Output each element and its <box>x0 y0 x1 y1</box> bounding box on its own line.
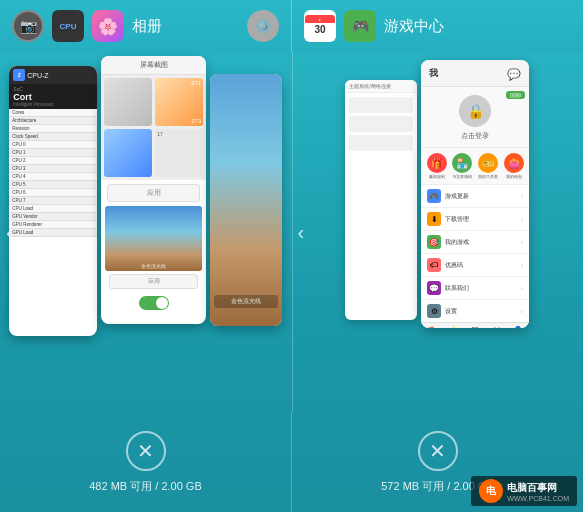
app-icon-cpuz[interactable]: CPU <box>52 10 84 42</box>
cpu-row-gpuvendor: GPU Vendor <box>9 213 97 221</box>
cpu-row-cores: Cores <box>9 109 97 117</box>
cpu-row-gpurender: GPU Renderer <box>9 221 97 229</box>
tab-games[interactable]: 🎮游戏 <box>470 326 480 328</box>
cpu-header: Z CPU-Z <box>9 66 97 84</box>
game-center-label: 游戏中心 <box>384 17 444 36</box>
cpu-row-cpu3: CPU 3 <box>9 165 97 173</box>
app-icon-calendar[interactable]: ▸ 30 <box>304 10 336 42</box>
cpu-row-cpu7: CPU 7 <box>9 197 97 205</box>
chevron-right-panel-icon[interactable]: ‹ <box>298 221 305 244</box>
location-badge: 国服i <box>506 91 525 99</box>
wallpaper-card-inner: 金色流光线 <box>210 74 282 326</box>
grid-item-welfare[interactable]: 🎁 赢取福利 <box>425 153 448 179</box>
thumb-2: 671 273 <box>155 78 203 126</box>
thumb-3 <box>104 129 152 177</box>
menu-item-couponcode[interactable]: 🏷 优惠码 › <box>421 254 529 277</box>
menu-item-update[interactable]: 🎮 游戏更新 › <box>421 185 529 208</box>
screenshot-header: 屏幕截图 <box>101 56 206 75</box>
cpu-row-cpu5: CPU 5 <box>9 181 97 189</box>
cpu-row-cpu2: CPU 2 <box>9 157 97 165</box>
message-icon[interactable]: 💬 <box>507 64 521 82</box>
cpu-row-cpu4: CPU 4 <box>9 173 97 181</box>
icon-grid: 🎁 赢取福利 🏪 N互联城镇 🎫 我的巧克券 👛 我的钱包 <box>421 148 529 185</box>
top-bar-left: 📷 CPU 🌸 相册 ⚙️ <box>0 0 291 52</box>
chevron-left-icon[interactable]: ‹ <box>6 221 13 244</box>
left-bottom: ✕ 482 MB 可用 / 2.00 GB <box>0 412 291 512</box>
wallpaper-label: 金色流光线 <box>214 295 278 308</box>
watermark-text: 电脑百事网 WWW.PCB41.COM <box>507 481 569 502</box>
menu-item-download[interactable]: ⬇ 下载管理 › <box>421 208 529 231</box>
grid-item-zone[interactable]: 🏪 N互联城镇 <box>451 153 474 179</box>
screenshot-app-label-2: 应用 <box>109 274 198 289</box>
cpu-row-cpu6: CPU 6 <box>9 189 97 197</box>
cpu-icon: Z <box>13 69 25 81</box>
cpu-card: Z CPU-Z SoC Cort Intelligent Processor C… <box>9 66 97 336</box>
tab-gift[interactable]: ⭐礼包 <box>449 326 459 328</box>
screenshot-card: 屏幕截图 671 273 17 应用 金色流光线 <box>101 56 206 324</box>
screenshot-grid: 671 273 17 <box>101 75 206 180</box>
screenshot-app-label: 应用 <box>107 184 200 202</box>
app-icon-album[interactable]: 🌸 <box>92 10 124 42</box>
cpu-row-arch: Architecture <box>9 117 97 125</box>
top-bar: 📷 CPU 🌸 相册 ⚙️ ▸ 30 <box>0 0 583 52</box>
album-label: 相册 <box>132 17 162 36</box>
menu-item-settings[interactable]: ⚙ 设置 › <box>421 300 529 322</box>
profile-avatar: 🔒 <box>459 95 491 127</box>
menu-list: 🎮 游戏更新 › ⬇ 下载管理 › 🎯 我的游戏 › <box>421 185 529 322</box>
cpu-row-rev: Revision <box>9 125 97 133</box>
main-right-header: 我 💬 <box>421 60 529 87</box>
app-icon-settings[interactable]: ⚙️ <box>247 10 279 42</box>
tab-bar: 🏠主页 ⭐礼包 🎮游戏 👥社区 👤我 <box>421 322 529 328</box>
screenshot-toggle <box>101 292 206 314</box>
watermark: 电 电脑百事网 WWW.PCB41.COM <box>471 476 577 506</box>
main-right-card: 我 💬 🔒 点击登录 国服i <box>421 60 529 328</box>
grid-item-wallet[interactable]: 👛 我的钱包 <box>503 153 526 179</box>
tab-me[interactable]: 👤我 <box>513 326 523 328</box>
watermark-logo: 电 <box>479 479 503 503</box>
tab-card-header: 主题系统/网络连接 <box>345 80 417 93</box>
thumb-1 <box>104 78 152 126</box>
top-bar-right: ▸ 30 🎮 游戏中心 <box>292 0 583 52</box>
profile-section: 🔒 点击登录 国服i <box>421 87 529 148</box>
cpu-row-cpu1: CPU 1 <box>9 149 97 157</box>
tab-card-right: 主题系统/网络连接 <box>345 80 417 320</box>
left-panel: ‹ Z CPU-Z SoC Cort Intelligent Processor… <box>0 52 292 412</box>
left-memory-text: 482 MB 可用 / 2.00 GB <box>89 479 202 494</box>
cpu-row-cpuload: CPU Load <box>9 205 97 213</box>
tab-community[interactable]: 👥社区 <box>492 326 502 328</box>
toggle-button[interactable] <box>139 296 169 310</box>
wallpaper-preview: 金色流光线 <box>105 206 202 271</box>
app-icon-main[interactable]: 🎮 <box>344 10 376 42</box>
tab-home[interactable]: 🏠主页 <box>427 326 437 328</box>
cpu-row-gpuload: GPU Load <box>9 229 97 237</box>
app-icon-camera[interactable]: 📷 <box>12 10 44 42</box>
tab-card-body <box>345 93 417 158</box>
right-panel: ‹ 主题系统/网络连接 我 💬 <box>292 52 584 412</box>
menu-item-contact[interactable]: 💬 联系我们 › <box>421 277 529 300</box>
wallpaper-card: 金色流光线 <box>210 74 282 326</box>
grid-item-coupon[interactable]: 🎫 我的巧克券 <box>477 153 500 179</box>
left-close-button[interactable]: ✕ <box>126 431 166 471</box>
cpu-row-cpu0: CPU 0 <box>9 141 97 149</box>
main-content: ‹ Z CPU-Z SoC Cort Intelligent Processor… <box>0 52 583 412</box>
menu-item-mygames[interactable]: 🎯 我的游戏 › <box>421 231 529 254</box>
cpu-soc-section: SoC Cort Intelligent Processor <box>9 84 97 109</box>
cpu-rows: Cores Architecture Revision Clock Speed … <box>9 109 97 237</box>
cpu-row-clock: Clock Speed <box>9 133 97 141</box>
thumb-4: 17 <box>155 129 203 177</box>
right-close-button[interactable]: ✕ <box>418 431 458 471</box>
